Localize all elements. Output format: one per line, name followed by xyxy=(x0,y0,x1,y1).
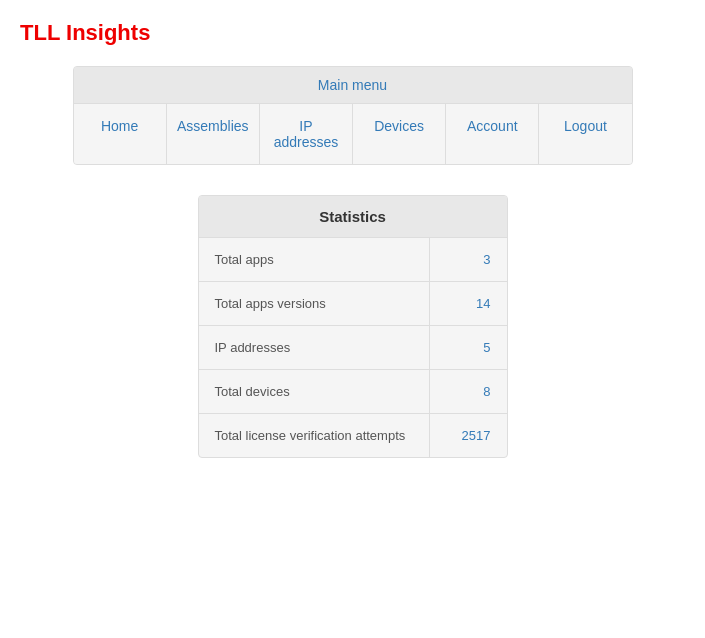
nav-item-ip-addresses[interactable]: IP addresses xyxy=(260,104,353,164)
stats-row: Total devices8 xyxy=(199,370,507,414)
stats-row-value: 14 xyxy=(430,282,507,326)
nav-items: Home Assemblies IP addresses Devices Acc… xyxy=(74,104,632,164)
stats-row-label: IP addresses xyxy=(199,326,430,370)
stats-row-value: 5 xyxy=(430,326,507,370)
stats-row-label: Total devices xyxy=(199,370,430,414)
nav-header: Main menu xyxy=(74,67,632,104)
stats-row-label: Total apps versions xyxy=(199,282,430,326)
stats-row: Total license verification attempts2517 xyxy=(199,414,507,458)
stats-row: Total apps3 xyxy=(199,238,507,282)
stats-row: Total apps versions14 xyxy=(199,282,507,326)
stats-header: Statistics xyxy=(199,196,507,238)
stats-row-label: Total license verification attempts xyxy=(199,414,430,458)
nav-item-account[interactable]: Account xyxy=(446,104,539,164)
stats-row-value: 3 xyxy=(430,238,507,282)
stats-row-label: Total apps xyxy=(199,238,430,282)
nav-container: Main menu Home Assemblies IP addresses D… xyxy=(73,66,633,165)
nav-item-logout[interactable]: Logout xyxy=(539,104,631,164)
stats-row-value: 8 xyxy=(430,370,507,414)
nav-item-devices[interactable]: Devices xyxy=(353,104,446,164)
nav-item-home[interactable]: Home xyxy=(74,104,167,164)
stats-row: IP addresses5 xyxy=(199,326,507,370)
app-title: TLL Insights xyxy=(20,20,685,46)
nav-item-assemblies[interactable]: Assemblies xyxy=(167,104,260,164)
stats-table: Total apps3Total apps versions14IP addre… xyxy=(199,238,507,457)
stats-row-value: 2517 xyxy=(430,414,507,458)
stats-container: Statistics Total apps3Total apps version… xyxy=(198,195,508,458)
